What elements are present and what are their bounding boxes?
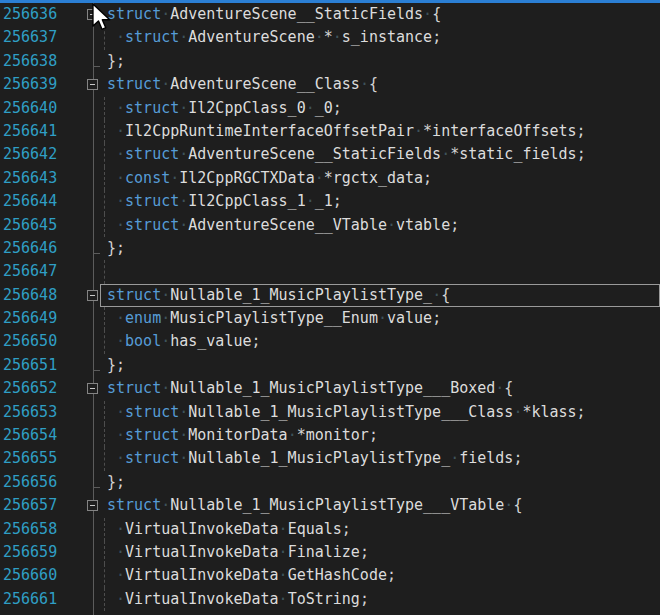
token-id: _0: [315, 99, 333, 117]
code-text[interactable]: ·const·Il2CppRGCTXData·*rgctx_data;: [107, 167, 432, 190]
code-text[interactable]: };: [107, 471, 125, 494]
line-number[interactable]: 256652: [3, 377, 57, 400]
indent-guide: [104, 424, 105, 447]
line-number[interactable]: 256650: [3, 330, 57, 353]
token-kw: struct: [125, 426, 179, 444]
token-ws: ·: [107, 122, 125, 140]
code-line[interactable]: 256640 ·struct·Il2CppClass_0·_0;: [0, 97, 660, 120]
line-number[interactable]: 256647: [3, 260, 57, 283]
code-text[interactable]: ·bool·has_value;: [107, 330, 261, 353]
fold-collapse-icon[interactable]: [87, 383, 98, 394]
fold-scope-line: [93, 471, 94, 494]
line-number[interactable]: 256662: [3, 611, 57, 615]
code-text[interactable]: ·Il2CppRuntimeInterfaceOffsetPair·*inter…: [107, 120, 586, 143]
fold-scope-line: [93, 401, 94, 424]
line-number[interactable]: 256656: [3, 471, 57, 494]
code-text[interactable]: ·struct·Nullable_1_MusicPlaylistType_·fi…: [107, 447, 522, 470]
code-text[interactable]: struct·AdventureScene__Class·{: [107, 73, 378, 96]
token-pn: ;: [577, 403, 586, 421]
code-text[interactable]: ·struct·Nullable_1_MusicPlaylistType___C…: [107, 401, 586, 424]
code-line[interactable]: 256649 ·enum·MusicPlaylistType__Enum·val…: [0, 307, 660, 330]
line-number[interactable]: 256661: [3, 588, 57, 611]
line-number[interactable]: 256640: [3, 97, 57, 120]
line-number[interactable]: 256655: [3, 447, 57, 470]
code-line[interactable]: 256659 ·VirtualInvokeData·Finalize;: [0, 541, 660, 564]
line-number[interactable]: 256638: [3, 50, 57, 73]
code-text[interactable]: struct·Nullable_1_MusicPlaylistType_·{: [107, 284, 450, 307]
code-line[interactable]: 256653 ·struct·Nullable_1_MusicPlaylistT…: [0, 401, 660, 424]
code-line[interactable]: 256637 ·struct·AdventureScene·*·s_instan…: [0, 26, 660, 49]
code-line[interactable]: 256636struct·AdventureScene__StaticField…: [0, 3, 660, 26]
code-line[interactable]: 256656};: [0, 471, 660, 494]
code-text[interactable]: ·struct·AdventureScene__StaticFields·*st…: [107, 143, 586, 166]
line-number[interactable]: 256644: [3, 190, 57, 213]
code-line[interactable]: 256645 ·struct·AdventureScene__VTable·vt…: [0, 214, 660, 237]
token-ws: ·: [279, 566, 288, 584]
code-text[interactable]: ·VirtualInvokeData·GetHashCode;: [107, 564, 396, 587]
code-text[interactable]: ·enum·MusicPlaylistType__Enum·value;: [107, 307, 441, 330]
fold-collapse-icon[interactable]: [87, 290, 98, 301]
code-line[interactable]: 256654 ·struct·MonitorData·*monitor;: [0, 424, 660, 447]
code-line[interactable]: 256650 ·bool·has_value;: [0, 330, 660, 353]
code-text[interactable]: struct·Nullable_1_MusicPlaylistType___VT…: [107, 494, 522, 517]
code-line[interactable]: 256657struct·Nullable_1_MusicPlaylistTyp…: [0, 494, 660, 517]
code-line[interactable]: 256660 ·VirtualInvokeData·GetHashCode;: [0, 564, 660, 587]
code-text[interactable]: ·struct·Il2CppClass_1·_1;: [107, 190, 342, 213]
line-number[interactable]: 256642: [3, 143, 57, 166]
code-line[interactable]: 256652struct·Nullable_1_MusicPlaylistTyp…: [0, 377, 660, 400]
fold-collapse-icon[interactable]: [87, 500, 98, 511]
code-text[interactable]: ·struct·AdventureScene__VTable·vtable;: [107, 214, 459, 237]
code-text[interactable]: };: [107, 611, 125, 615]
line-number[interactable]: 256636: [3, 3, 57, 26]
code-text[interactable]: ·VirtualInvokeData·ToString;: [107, 588, 369, 611]
line-number[interactable]: 256643: [3, 167, 57, 190]
code-line[interactable]: 256639struct·AdventureScene__Class·{: [0, 73, 660, 96]
code-line[interactable]: 256638};: [0, 50, 660, 73]
code-line[interactable]: 256644 ·struct·Il2CppClass_1·_1;: [0, 190, 660, 213]
line-number[interactable]: 256646: [3, 237, 57, 260]
line-number[interactable]: 256657: [3, 494, 57, 517]
code-line[interactable]: 256642 ·struct·AdventureScene__StaticFie…: [0, 143, 660, 166]
code-line[interactable]: 256647: [0, 260, 660, 283]
line-number[interactable]: 256649: [3, 307, 57, 330]
line-number[interactable]: 256654: [3, 424, 57, 447]
line-number[interactable]: 256653: [3, 401, 57, 424]
line-number[interactable]: 256658: [3, 518, 57, 541]
line-number[interactable]: 256659: [3, 541, 57, 564]
token-id: MonitorData: [188, 426, 287, 444]
line-number[interactable]: 256637: [3, 26, 57, 49]
code-line[interactable]: 256651};: [0, 354, 660, 377]
token-pn: ;: [369, 426, 378, 444]
code-text[interactable]: ·VirtualInvokeData·Finalize;: [107, 541, 369, 564]
line-number[interactable]: 256648: [3, 284, 57, 307]
code-text[interactable]: ·VirtualInvokeData·Equals;: [107, 518, 351, 541]
code-text[interactable]: ·struct·MonitorData·*monitor;: [107, 424, 378, 447]
code-text[interactable]: ·struct·AdventureScene·*·s_instance;: [107, 26, 441, 49]
code-text[interactable]: struct·Nullable_1_MusicPlaylistType___Bo…: [107, 377, 513, 400]
code-text[interactable]: };: [107, 354, 125, 377]
token-id: static_fields: [459, 145, 576, 163]
code-line[interactable]: 256641 ·Il2CppRuntimeInterfaceOffsetPair…: [0, 120, 660, 143]
code-line[interactable]: 256643 ·const·Il2CppRGCTXData·*rgctx_dat…: [0, 167, 660, 190]
token-ws: ·: [315, 28, 324, 46]
token-pn: ;: [432, 309, 441, 327]
code-text[interactable]: };: [107, 237, 125, 260]
fold-collapse-icon[interactable]: [87, 79, 98, 90]
code-line[interactable]: 256658 ·VirtualInvokeData·Equals;: [0, 518, 660, 541]
fold-collapse-icon[interactable]: [87, 9, 98, 20]
line-number[interactable]: 256641: [3, 120, 57, 143]
code-line[interactable]: 256661 ·VirtualInvokeData·ToString;: [0, 588, 660, 611]
code-line[interactable]: 256662};: [0, 611, 660, 615]
token-ws: ·: [170, 169, 179, 187]
code-text[interactable]: struct·AdventureScene__StaticFields·{: [107, 3, 441, 26]
line-number[interactable]: 256645: [3, 214, 57, 237]
code-text[interactable]: };: [107, 50, 125, 73]
code-line[interactable]: 256655 ·struct·Nullable_1_MusicPlaylistT…: [0, 447, 660, 470]
code-text[interactable]: ·struct·Il2CppClass_0·_0;: [107, 97, 342, 120]
line-number[interactable]: 256651: [3, 354, 57, 377]
code-line[interactable]: 256648struct·Nullable_1_MusicPlaylistTyp…: [0, 284, 660, 307]
indent-guide: [104, 260, 105, 283]
code-line[interactable]: 256646};: [0, 237, 660, 260]
line-number[interactable]: 256660: [3, 564, 57, 587]
line-number[interactable]: 256639: [3, 73, 57, 96]
